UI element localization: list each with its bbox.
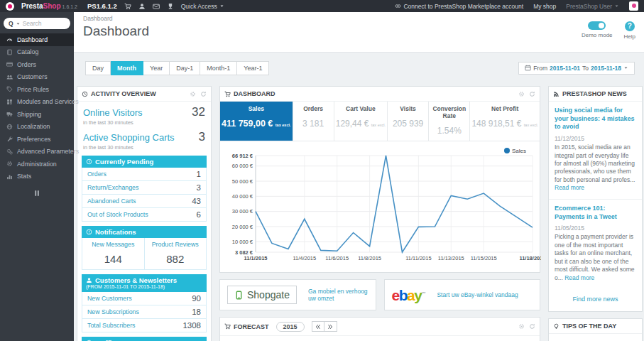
avatar[interactable] <box>629 1 638 11</box>
find-more-news-link[interactable]: Find more news <box>549 288 642 311</box>
sidebar-item-label: Stats <box>17 173 31 180</box>
brand: PrestaShop1.6.1.2 <box>21 2 77 10</box>
article-title-link[interactable]: Ecommerce 101: Payments in a Tweet <box>555 205 636 221</box>
help-button[interactable]: ? <box>625 21 635 31</box>
panel-refresh-icon[interactable] <box>200 91 207 97</box>
kpi-cart-value[interactable]: Cart Value129,44 € tax excl. <box>334 102 388 141</box>
sidebar-item-stats[interactable]: Stats <box>0 170 74 183</box>
notifications-header: Notifications <box>82 226 207 238</box>
panel-title: TIPS OF THE DAY <box>562 323 616 330</box>
messages-icon[interactable] <box>153 3 160 10</box>
breadcrumb[interactable]: Dashboard <box>74 12 644 22</box>
panel-refresh-icon[interactable] <box>529 323 535 330</box>
forecast-year[interactable]: 2015 <box>276 322 305 332</box>
sidebar-item-dashboard[interactable]: Dashboard <box>0 33 74 46</box>
date-range-picker[interactable]: From 2015-11-01 To 2015-11-18 <box>518 62 635 75</box>
trophy-icon[interactable] <box>167 3 174 10</box>
truck-icon <box>6 111 13 117</box>
panel-refresh-icon[interactable] <box>529 91 535 97</box>
kpi-visits[interactable]: Visits205 939 <box>388 102 429 141</box>
kpi-sales[interactable]: Sales411 759,00 € tax excl. <box>220 102 293 141</box>
link-icon <box>395 3 401 9</box>
sidebar-item-customers[interactable]: Customers <box>0 71 74 84</box>
cart-icon <box>224 91 231 97</box>
notification-cell-reviews: Product Reviews882 <box>145 238 207 270</box>
chevron-down-icon <box>614 4 619 9</box>
ebay-link[interactable]: Start uw eBay-winkel vandaag <box>437 291 518 298</box>
ebay-logo[interactable]: ebay™ <box>392 288 426 303</box>
person-icon <box>86 277 92 283</box>
sidebar-item-catalog[interactable]: Catalog <box>0 46 74 59</box>
svg-text:11/11/2015: 11/11/2015 <box>405 255 431 261</box>
kpi-orders[interactable]: Orders3 181 <box>293 102 334 141</box>
sidebar-item-administration[interactable]: Administration <box>0 158 74 170</box>
range-year-1-button[interactable]: Year-1 <box>237 61 269 75</box>
range-year-button[interactable]: Year <box>143 61 170 75</box>
sidebar-item-price-rules[interactable]: Price Rules <box>0 83 74 96</box>
sidebar-item-advanced-parameters[interactable]: Advanced Parameters <box>0 146 74 158</box>
tags-icon <box>6 86 13 92</box>
sidebar-item-orders[interactable]: Orders <box>0 58 74 71</box>
marketplace-link[interactable]: Connect to PrestaShop Marketplace accoun… <box>395 3 523 10</box>
forecast-next-button[interactable] <box>324 321 337 332</box>
range-month-1-button[interactable]: Month-1 <box>200 61 237 75</box>
sidebar-item-label: Dashboard <box>17 36 48 43</box>
kpi-conversion-rate[interactable]: Conversion Rate1.54% <box>429 102 470 141</box>
date-to: 2015-11-18 <box>591 65 621 72</box>
ebay-banner: ebay™ Start uw eBay-winkel vandaag <box>384 279 541 310</box>
cart-icon[interactable] <box>124 3 131 10</box>
panel-settings-icon[interactable] <box>518 323 525 330</box>
shop-name[interactable]: PS1.6.1.2 <box>87 2 117 10</box>
pending-row-abandoned-carts: Abandoned Carts43 <box>82 195 207 208</box>
sidebar-item-label: Administration <box>17 161 57 168</box>
user-menu[interactable]: PrestaShop User <box>566 3 619 10</box>
panel-settings-icon[interactable] <box>518 91 525 97</box>
rss-icon <box>553 91 560 97</box>
filter-bar: Day Month Year Day-1 Month-1 Year-1 From… <box>74 53 644 83</box>
sidebar-item-label: Preferences <box>17 136 50 143</box>
range-day-button[interactable]: Day <box>85 61 111 75</box>
shopgate-link[interactable]: Ga mobiel en verhoog uw omzet <box>308 288 369 302</box>
sidebar-item-label: Catalog <box>17 48 38 55</box>
range-month-button[interactable]: Month <box>111 61 143 75</box>
credit-card-icon <box>6 61 13 67</box>
search-scope[interactable]: Q <box>9 20 13 27</box>
article-excerpt: Picking a payment provider is one of the… <box>555 233 636 282</box>
sales-chart: 11/1/201511/4/201511/6/201511/8/201511/1… <box>220 141 540 272</box>
svg-text:11/1/2015: 11/1/2015 <box>244 255 268 261</box>
active-carts-link[interactable]: Active Shopping Carts <box>83 132 175 143</box>
svg-text:10 000 €: 10 000 € <box>232 239 253 245</box>
online-visitors-link[interactable]: Online Visitors <box>83 107 143 118</box>
collapse-menu-icon[interactable] <box>33 189 41 197</box>
chevron-down-icon <box>219 4 224 9</box>
search-input[interactable]: Q Search <box>4 18 70 29</box>
bar-chart-icon <box>6 173 13 180</box>
read-more-link[interactable]: Read more <box>555 184 584 191</box>
my-shop-link[interactable]: My shop <box>533 3 556 10</box>
sidebar-item-localization[interactable]: Localization <box>0 121 74 134</box>
chevron-down-icon <box>16 21 21 26</box>
forecast-prev-button[interactable] <box>312 321 324 332</box>
date-from: 2015-11-01 <box>550 65 580 72</box>
range-button-group: Day Month Year Day-1 Month-1 Year-1 <box>85 61 269 75</box>
demo-mode-toggle[interactable] <box>588 21 606 30</box>
page-title: Dashboard <box>74 22 644 39</box>
sidebar-item-shipping[interactable]: Shipping <box>0 108 74 121</box>
customers-icon[interactable] <box>138 3 146 10</box>
kpi-net-profit[interactable]: Net Profit148 918,51 € tax excl. <box>470 102 540 141</box>
dashboard-panel: DASHBOARD Sales411 759,00 € tax excl. Or… <box>219 86 540 273</box>
sidebar-item-label: Orders <box>17 61 36 68</box>
sidebar-item-label: Price Rules <box>17 86 49 93</box>
article-title-link[interactable]: Using social media for your business: 4 … <box>555 107 636 131</box>
range-day-1-button[interactable]: Day-1 <box>170 61 200 75</box>
panel-settings-icon[interactable] <box>190 91 196 97</box>
shopgate-logo[interactable]: Shopgate <box>227 286 297 304</box>
sidebar-item-preferences[interactable]: Preferences <box>0 133 74 146</box>
quick-access-menu[interactable]: Quick Access <box>181 3 224 10</box>
sidebar-item-modules[interactable]: Modules and Services <box>0 96 74 109</box>
panel-title: FORECAST <box>234 323 269 330</box>
svg-text:11/15/2015: 11/15/2015 <box>471 255 497 261</box>
read-more-link[interactable]: Read more <box>564 274 594 281</box>
page-header: Dashboard Dashboard Demo mode ? Help <box>74 12 644 53</box>
article-date: 11/12/2015 <box>555 135 636 142</box>
